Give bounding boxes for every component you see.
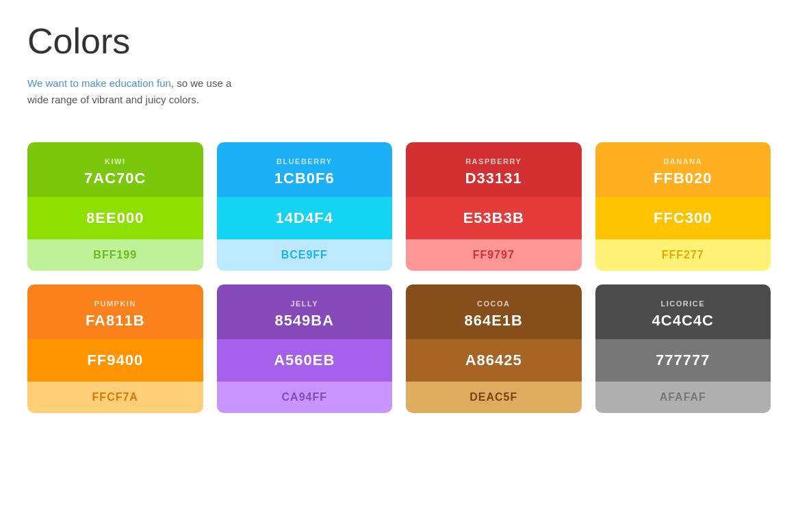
color-name-label: LICORICE xyxy=(660,300,705,308)
color-swatch-top: BANANAFFB020 xyxy=(595,142,771,197)
color-name-label: PUMPKIN xyxy=(94,300,136,308)
page-title: Colors xyxy=(27,21,771,62)
color-hex-mid: A86425 xyxy=(465,351,522,369)
color-swatch-top: KIWI7AC70C xyxy=(27,142,203,197)
color-hex-mid: FF9400 xyxy=(87,351,143,369)
color-hex-bot: DEAC5F xyxy=(469,391,517,403)
color-swatch-top: RASPBERRYD33131 xyxy=(406,142,582,197)
color-swatch-bot: FFCF7A xyxy=(27,382,203,413)
color-card: RASPBERRYD33131E53B3BFF9797 xyxy=(406,142,582,271)
color-hex-mid: 8EE000 xyxy=(86,209,144,227)
color-hex-top: FA811B xyxy=(86,312,145,330)
color-swatch-top: PUMPKINFA811B xyxy=(27,284,203,339)
color-swatch-bot: BFF199 xyxy=(27,239,203,271)
color-hex-top: FFB020 xyxy=(654,170,712,187)
color-swatch-mid: 14D4F4 xyxy=(217,197,393,239)
color-swatch-bot: FF9797 xyxy=(406,239,582,271)
color-swatch-top: LICORICE4C4C4C xyxy=(595,284,771,339)
color-card: LICORICE4C4C4C777777AFAFAF xyxy=(595,284,771,413)
color-swatch-mid: FFC300 xyxy=(595,197,771,239)
color-hex-top: 8549BA xyxy=(274,312,334,330)
color-name-label: KIWI xyxy=(105,157,125,165)
page-description: We want to make education fun, so we use… xyxy=(27,75,246,108)
color-hex-mid: 14D4F4 xyxy=(276,209,333,227)
color-card: PUMPKINFA811BFF9400FFCF7A xyxy=(27,284,203,413)
color-swatch-mid: FF9400 xyxy=(27,339,203,382)
color-swatch-bot: CA94FF xyxy=(217,382,393,413)
color-hex-bot: AFAFAF xyxy=(660,391,706,403)
color-hex-top: 7AC70C xyxy=(84,170,146,187)
color-hex-mid: 777777 xyxy=(656,351,710,369)
color-swatch-mid: 8EE000 xyxy=(27,197,203,239)
color-name-label: BANANA xyxy=(663,157,702,165)
color-hex-top: D33131 xyxy=(465,170,522,187)
color-swatch-bot: FFF277 xyxy=(595,239,771,271)
color-hex-top: 4C4C4C xyxy=(652,312,714,330)
color-hex-bot: CA94FF xyxy=(282,391,327,403)
color-swatch-bot: AFAFAF xyxy=(595,382,771,413)
color-swatch-mid: 777777 xyxy=(595,339,771,382)
color-name-label: BLUEBERRY xyxy=(276,157,333,165)
color-hex-top: 1CB0F6 xyxy=(274,170,335,187)
color-hex-bot: FFCF7A xyxy=(92,391,138,403)
color-swatch-mid: E53B3B xyxy=(406,197,582,239)
color-hex-bot: FFF277 xyxy=(662,249,704,261)
color-swatch-bot: BCE9FF xyxy=(217,239,393,271)
color-name-label: COCOA xyxy=(477,300,510,308)
color-hex-bot: BCE9FF xyxy=(281,249,328,261)
color-hex-mid: E53B3B xyxy=(463,209,524,227)
description-link: We want to make education fun xyxy=(27,77,171,89)
color-name-label: RASPBERRY xyxy=(465,157,522,165)
color-hex-top: 864E1B xyxy=(464,312,523,330)
color-swatch-top: BLUEBERRY1CB0F6 xyxy=(217,142,393,197)
color-swatch-bot: DEAC5F xyxy=(406,382,582,413)
color-swatch-mid: A560EB xyxy=(217,339,393,382)
color-card: BLUEBERRY1CB0F614D4F4BCE9FF xyxy=(217,142,393,271)
color-card: JELLY8549BAA560EBCA94FF xyxy=(217,284,393,413)
color-card: COCOA864E1BA86425DEAC5F xyxy=(406,284,582,413)
color-card: KIWI7AC70C8EE000BFF199 xyxy=(27,142,203,271)
colors-grid: KIWI7AC70C8EE000BFF199BLUEBERRY1CB0F614D… xyxy=(27,142,771,413)
color-hex-mid: A560EB xyxy=(274,351,335,369)
color-hex-bot: FF9797 xyxy=(473,249,515,261)
color-swatch-mid: A86425 xyxy=(406,339,582,382)
color-swatch-top: COCOA864E1B xyxy=(406,284,582,339)
color-name-label: JELLY xyxy=(290,300,318,308)
color-hex-bot: BFF199 xyxy=(93,249,137,261)
color-hex-mid: FFC300 xyxy=(654,209,712,227)
color-card: BANANAFFB020FFC300FFF277 xyxy=(595,142,771,271)
color-swatch-top: JELLY8549BA xyxy=(217,284,393,339)
